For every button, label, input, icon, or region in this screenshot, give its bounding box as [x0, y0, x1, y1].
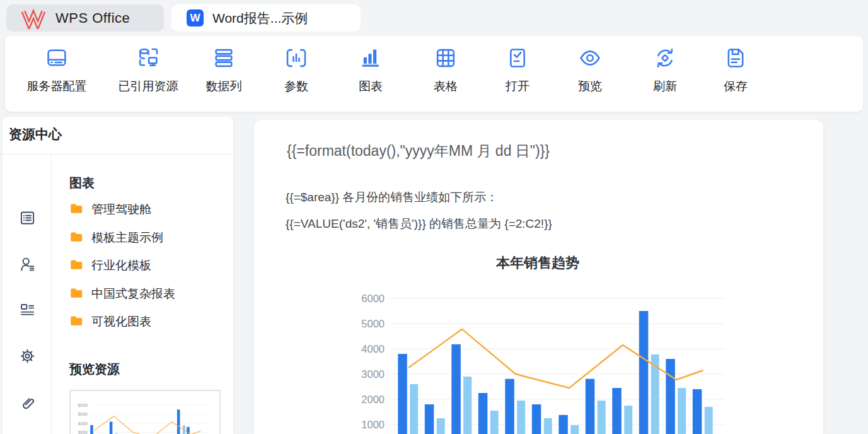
toolbar-button-label: 打开 [506, 78, 529, 95]
rail-item-user-profile[interactable] [19, 255, 36, 273]
sidebar-icon-rail [3, 155, 52, 434]
toolbar-button-9[interactable]: 刷新 [626, 46, 704, 95]
svg-text:5000: 5000 [78, 412, 88, 416]
folder-label: 管理驾驶舱 [91, 201, 151, 218]
svg-text:4000: 4000 [78, 421, 88, 426]
toolbar-button-label: 刷新 [653, 78, 677, 95]
toolbar-button-label: 服务器配置 [27, 78, 87, 95]
template-date-formula: {{=format(today(),"yyyy年MM 月 dd 日")}} [287, 141, 550, 161]
template-area-line: {{=$area}} 各月份的销售业绩如下所示： [286, 189, 498, 206]
folder-icon [69, 201, 83, 218]
rail-item-resource-list[interactable] [19, 209, 36, 226]
toolbar-button-label: 保存 [724, 78, 748, 95]
document-canvas[interactable]: {{=format(today(),"yyyy年MM 月 dd 日")}} {{… [254, 120, 823, 434]
wps-office-tab[interactable]: WPS Office [6, 4, 164, 32]
sales-trend-chart: 100020003000400050006000 [354, 284, 732, 434]
folder-label: 中国式复杂报表 [91, 286, 175, 302]
template-value-line: {{=VALUE('ds2', '销售员')}} 的销售总量为 {=2:C2!}… [286, 216, 552, 232]
folder-icon [69, 314, 83, 330]
toolbar-button-10[interactable]: 保存 [697, 46, 775, 95]
svg-text:1000: 1000 [361, 419, 385, 430]
folder-icon [69, 230, 83, 246]
toolbar-button-6[interactable]: 表格 [407, 46, 485, 95]
chart-title: 本年销售趋势 [355, 254, 720, 273]
preview-thumbnail[interactable]: 100020003000400050006000 [69, 390, 221, 434]
svg-text:3000: 3000 [78, 430, 88, 434]
resource-list-icon [19, 218, 36, 228]
toolbar-button-8[interactable]: 预览 [551, 46, 629, 95]
rail-item-layout[interactable] [19, 302, 36, 319]
layout-icon [19, 310, 36, 320]
rail-item-settings-gear[interactable] [19, 348, 36, 365]
folder-icon [69, 257, 83, 274]
folder-item[interactable]: 模板主题示例 [69, 228, 163, 247]
referenced-resources-icon [136, 46, 160, 73]
toolbar-button-2[interactable]: 已引用资源 [109, 46, 187, 95]
refresh-icon [653, 46, 677, 73]
resource-center-title: 资源中心 [9, 126, 62, 143]
preview-mini-chart: 100020003000400050006000 [71, 391, 219, 434]
toolbar-button-3[interactable]: 数据列 [185, 46, 263, 95]
toolbar-button-label: 已引用资源 [119, 78, 178, 95]
svg-text:4000: 4000 [361, 343, 385, 355]
toolbar-button-label: 数据列 [206, 78, 242, 95]
folder-item[interactable]: 行业化模板 [69, 256, 151, 275]
folder-label: 行业化模板 [91, 257, 151, 274]
toolbar-button-7[interactable]: 打开 [478, 46, 557, 95]
titlebar: WPS Office W Word报告...示例 [0, 0, 868, 36]
settings-gear-icon [19, 356, 36, 367]
folder-icon [69, 286, 83, 302]
toolbar-button-label: 预览 [578, 78, 602, 95]
resource-center-panel: 资源中心 图表 管理驾驶舱模板主题示例行业化模板中国式复杂报表可视化图表 预览资… [3, 117, 233, 434]
toolbar-button-label: 图表 [359, 78, 383, 95]
table-icon [434, 46, 458, 73]
folder-label: 可视化图表 [91, 314, 151, 330]
toolbar-button-label: 表格 [434, 78, 458, 95]
toolbar-button-label: 参数 [284, 78, 308, 95]
user-profile-icon [19, 264, 36, 274]
folder-item[interactable]: 中国式复杂报表 [69, 284, 175, 303]
svg-text:2000: 2000 [361, 394, 385, 405]
rail-item-paperclip[interactable] [19, 394, 36, 411]
preview-icon [578, 46, 602, 73]
folder-item[interactable]: 可视化图表 [69, 312, 151, 331]
svg-text:5000: 5000 [361, 318, 385, 329]
svg-text:6000: 6000 [361, 293, 385, 304]
svg-text:6000: 6000 [78, 403, 88, 408]
parameters-icon [284, 46, 308, 73]
chart-icon [359, 46, 383, 73]
svg-text:3000: 3000 [361, 368, 385, 380]
toolbar-button-5[interactable]: 图表 [332, 46, 410, 95]
toolbar-button-4[interactable]: 参数 [257, 46, 335, 95]
paperclip-icon [19, 402, 36, 413]
server-config-icon [45, 46, 69, 73]
document-tab[interactable]: W Word报告...示例 [171, 4, 361, 32]
open-icon [506, 46, 529, 73]
toolbar-button-1[interactable]: 服务器配置 [18, 46, 96, 95]
wps-logo-icon [20, 8, 48, 29]
charts-section-title: 图表 [69, 175, 95, 192]
save-icon [724, 46, 748, 73]
word-doc-icon: W [187, 9, 204, 26]
folder-label: 模板主题示例 [91, 230, 163, 246]
toolbar: 服务器配置已引用资源数据列参数图表表格打开预览刷新保存 [5, 36, 863, 112]
folder-item[interactable]: 管理驾驶舱 [69, 200, 151, 219]
data-columns-icon [212, 46, 236, 73]
app-tab-label: WPS Office [55, 10, 130, 26]
document-tab-label: Word报告...示例 [212, 9, 308, 27]
preview-section-title: 预览资源 [69, 361, 120, 378]
